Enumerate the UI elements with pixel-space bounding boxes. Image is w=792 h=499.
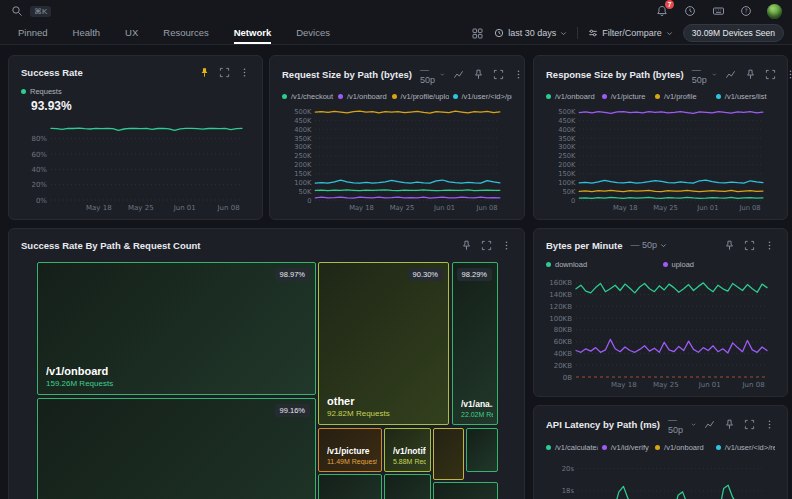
pin-icon[interactable] <box>745 69 756 80</box>
legend-label: /v1/profile <box>664 92 697 101</box>
legend-item[interactable]: /v1/profile/upload <box>392 92 449 101</box>
path-label: /v1/onboard <box>46 365 311 377</box>
svg-text:0: 0 <box>307 197 311 205</box>
legend-item[interactable]: /v1/onboard <box>338 92 388 101</box>
legend-item[interactable]: /v1/checkout <box>282 92 334 101</box>
legend-item[interactable]: /v1/users/list <box>716 92 775 101</box>
expand-icon[interactable] <box>744 419 755 430</box>
legend-item[interactable]: /v1/onboard <box>655 443 712 452</box>
legend-dot <box>663 262 668 267</box>
api-latency-chart[interactable]: 12s14s16s18s20sMay 18May 25Jun 01Jun 08 <box>546 456 775 499</box>
legend-item[interactable]: /v1/id/verify <box>602 443 651 452</box>
svg-text:18s: 18s <box>562 487 575 495</box>
legend-label: /v1/profile/upload <box>401 92 449 101</box>
legend-item[interactable]: /v1/calculate/eta <box>546 443 598 452</box>
chart-options-icon[interactable] <box>453 69 464 80</box>
nav-tab-network[interactable]: Network <box>234 22 271 44</box>
legend-dot <box>655 94 660 99</box>
nav-tab-devices[interactable]: Devices <box>296 22 330 44</box>
pin-icon[interactable] <box>199 67 210 78</box>
svg-text:50K: 50K <box>562 188 576 196</box>
expand-icon[interactable] <box>481 240 492 251</box>
treemap-box[interactable] <box>466 428 498 472</box>
svg-text:400K: 400K <box>294 126 312 134</box>
treemap-box-ping[interactable]: 99.16%/ping <box>37 398 316 499</box>
treemap-box[interactable] <box>384 474 431 499</box>
filter-compare-dropdown[interactable]: Filter/Compare <box>588 28 673 38</box>
percentile-dropdown[interactable]: — 50p <box>692 65 717 85</box>
treemap-box-other[interactable]: 90.30%other92.82M Requests <box>318 262 449 425</box>
time-range-dropdown[interactable]: last 30 days <box>494 28 567 38</box>
dashboard-grid-icon[interactable] <box>470 26 484 40</box>
legend-label: Requests <box>30 87 62 96</box>
kebab-menu-icon[interactable] <box>764 240 775 251</box>
percentile-dropdown[interactable]: — 50p <box>420 65 445 85</box>
dashboard-grid: Success Rate Requests 93.93% 0%20%40%60%… <box>0 45 792 499</box>
nav-tab-ux[interactable]: UX <box>125 22 138 44</box>
kebab-menu-icon[interactable] <box>513 69 524 80</box>
expand-icon[interactable] <box>744 240 755 251</box>
treemap-box-v1-onboard[interactable]: 98.97%/v1/onboard159.26M Requests <box>37 262 316 395</box>
legend-item[interactable]: download <box>546 260 659 269</box>
treemap-box[interactable] <box>318 474 382 499</box>
pin-icon[interactable] <box>724 419 735 430</box>
svg-text:100K: 100K <box>294 179 312 187</box>
legend-item[interactable]: upload <box>663 260 776 269</box>
expand-icon[interactable] <box>765 69 776 80</box>
svg-text:350K: 350K <box>558 135 576 143</box>
devices-seen-badge[interactable]: 30.09M Devices Seen <box>683 24 784 42</box>
nav-tab-resources[interactable]: Resources <box>163 22 208 44</box>
treemap-box[interactable] <box>433 428 464 480</box>
treemap-box-text: other92.82M Requests <box>327 395 444 418</box>
treemap-box-v1-picture[interactable]: /v1/picture11.49M Requests <box>318 428 382 472</box>
history-icon[interactable] <box>683 4 697 18</box>
help-icon[interactable]: ? <box>739 4 753 18</box>
response-size-chart[interactable]: 050K100K150K200K250K300K350K400K450K500K… <box>546 105 775 213</box>
pin-icon[interactable] <box>724 240 735 251</box>
keyboard-icon[interactable] <box>711 4 725 18</box>
percentile-dropdown[interactable]: — 50p <box>668 415 696 435</box>
legend-dot <box>453 94 458 99</box>
search-icon[interactable] <box>10 4 24 18</box>
success-rate-chart[interactable]: 0%20%40%60%80%May 18May 25Jun 01Jun 08 <box>21 117 250 213</box>
legend-item[interactable]: /v1/profile <box>655 92 712 101</box>
avatar[interactable] <box>767 4 782 19</box>
chevron-down-icon <box>691 421 696 428</box>
expand-icon[interactable] <box>219 67 230 78</box>
card-request-size: Request Size by Path (bytes) — 50p <box>269 55 525 220</box>
chart-options-icon[interactable] <box>704 419 715 430</box>
request-size-chart[interactable]: 050K100K150K200K250K300K350K400K450K500K… <box>282 105 512 213</box>
pin-icon[interactable] <box>473 69 484 80</box>
treemap-box-v1-ana[interactable]: 98.29%/v1/ana...22.02M Re... <box>452 262 498 425</box>
legend-item[interactable]: Requests <box>21 87 250 96</box>
svg-text:20KB: 20KB <box>554 362 572 370</box>
treemap-box-v1-notifi[interactable]: /v1/notifi...5.88M Requ... <box>384 428 431 472</box>
kebab-menu-icon[interactable] <box>785 69 792 80</box>
nav-tab-health[interactable]: Health <box>73 22 100 44</box>
success-rate-value: 93.93% <box>31 99 250 113</box>
nav-tab-pinned[interactable]: Pinned <box>18 22 48 44</box>
legend-item[interactable]: /v1/onboard <box>546 92 598 101</box>
percentile-dropdown[interactable]: — 50p <box>631 240 668 250</box>
kebab-menu-icon[interactable] <box>239 67 250 78</box>
search-shortcut-badge[interactable]: ⌘K <box>30 6 51 17</box>
legend-item[interactable]: /v1/user/<id>/profile <box>453 92 512 101</box>
topbar: ⌘K 7 ? <box>0 0 792 22</box>
expand-icon[interactable] <box>493 69 504 80</box>
pin-icon[interactable] <box>461 240 472 251</box>
kebab-menu-icon[interactable] <box>764 419 775 430</box>
bytes-per-minute-chart[interactable]: 0B20KB40KB60KB80KB100KB120KB140KB160KBMa… <box>546 273 775 390</box>
card-title: Response Size by Path (bytes) <box>546 69 684 80</box>
notifications-bell-icon[interactable]: 7 <box>655 4 669 18</box>
treemap-box[interactable] <box>433 482 498 499</box>
success-rate-badge: 98.29% <box>457 268 492 281</box>
card-response-size: Response Size by Path (bytes) — 50p <box>533 55 788 220</box>
chart-options-icon[interactable] <box>725 69 736 80</box>
legend-label: /v1/user/<id>/profile <box>462 92 512 101</box>
legend-item[interactable]: /v1/picture <box>602 92 651 101</box>
kebab-menu-icon[interactable] <box>501 240 512 251</box>
legend-item[interactable]: /v1/user/<id>/rem... <box>716 443 775 452</box>
legend-label: /v1/user/<id>/rem... <box>725 443 775 452</box>
app-window: ⌘K 7 ? PinnedHealthUXResourcesNetworkDev… <box>0 0 792 499</box>
navbar: PinnedHealthUXResourcesNetworkDevices la… <box>0 22 792 45</box>
